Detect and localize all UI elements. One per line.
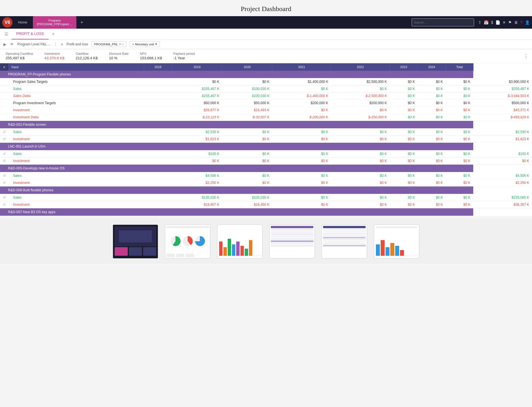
kpi-discount-rate-value: 10 % bbox=[109, 56, 129, 60]
row-value: $0 K bbox=[418, 129, 446, 136]
row-value: $0 K bbox=[418, 201, 446, 208]
nav-add-tab[interactable]: + bbox=[78, 20, 86, 26]
row-value: $4,506 K bbox=[172, 172, 222, 179]
row-value: $0 K bbox=[222, 172, 272, 179]
expand-icon[interactable]: ▶ bbox=[3, 42, 7, 47]
thumbnail-3[interactable] bbox=[217, 225, 263, 259]
table-row: ↺Sales$4,506 K$0 K$0 K$0 K$0 K$0 K$0 K$4… bbox=[0, 172, 532, 179]
tab-profit-loss[interactable]: PROFIT & LOSS bbox=[12, 29, 49, 39]
row-value: $0 K bbox=[446, 78, 473, 85]
row-label: Investment bbox=[9, 201, 144, 208]
nav-tab-home[interactable]: Home bbox=[14, 16, 31, 29]
reset-icon[interactable]: ↺ bbox=[3, 196, 6, 200]
table-row: ↺Investment$19,907 K$16,450 K$0 K$0 K$0 … bbox=[0, 201, 532, 208]
thumbnail-4[interactable] bbox=[269, 225, 315, 259]
row-value: $0 K bbox=[446, 179, 473, 186]
app-logo[interactable]: V6 bbox=[2, 17, 12, 28]
row-value: $155,467 K bbox=[172, 93, 222, 100]
row-value: $19,907 K bbox=[172, 201, 222, 208]
row-value: $0 K bbox=[272, 85, 331, 93]
monetary-unit-dropdown[interactable]: ● Monetary unit ▾ bbox=[130, 41, 160, 47]
page-title: Project Dashboard bbox=[0, 0, 532, 16]
row-value: $0 K bbox=[418, 107, 446, 114]
col-filter-icon[interactable]: ≡ bbox=[0, 63, 9, 71]
reset-icon[interactable]: ↺ bbox=[3, 203, 6, 207]
section-header-3: R&D-005-Developp new in-house OS bbox=[0, 165, 532, 172]
row-value: $0 K bbox=[390, 150, 418, 158]
sub-tab-add[interactable]: + bbox=[50, 32, 57, 37]
nav-search-input[interactable] bbox=[412, 18, 474, 26]
view-icon[interactable]: 👁 bbox=[10, 42, 14, 47]
row-value: $0 K bbox=[446, 172, 473, 179]
row-label: Sales bbox=[9, 150, 144, 158]
row-value: $1,400,000 K bbox=[272, 78, 331, 85]
section-header-4: R&D-008-Built flexible phones bbox=[0, 186, 532, 194]
kpi-payback-period-label: Payback period bbox=[173, 52, 195, 55]
row-value: $0 K bbox=[390, 194, 418, 201]
row-reset-icon-cell: ↺ bbox=[0, 136, 9, 143]
pnl-table: ≡ Input 2018 2019 2020 2021 2022 2023 20… bbox=[0, 63, 532, 216]
section-header-0: PROGRAM_FP-Program Flexible phones bbox=[0, 71, 532, 78]
row-value: $0 K bbox=[446, 150, 473, 158]
table-row: ↺Sales$135,030 K$100,030 K$0 K$0 K$0 K$0… bbox=[0, 194, 532, 201]
reset-icon[interactable]: ↺ bbox=[3, 152, 6, 156]
row-value bbox=[144, 136, 172, 143]
row-value: $0 K bbox=[390, 93, 418, 100]
row-value: $-200,000 K bbox=[331, 114, 390, 121]
col-header-total: Total bbox=[446, 63, 473, 71]
share-icon[interactable]: ⇧ bbox=[478, 20, 481, 25]
row-value bbox=[144, 201, 172, 208]
row-reset-icon-cell: ↺ bbox=[0, 158, 9, 165]
row-reset-icon-cell bbox=[0, 78, 9, 85]
question-icon[interactable]: ? bbox=[520, 20, 523, 25]
row-value: $500,000 K bbox=[473, 100, 532, 107]
file-icon[interactable]: 📄 bbox=[495, 20, 500, 25]
row-label: Investment bbox=[9, 158, 144, 165]
thumbnail-2[interactable] bbox=[165, 225, 210, 259]
row-reset-icon-cell bbox=[0, 107, 9, 114]
screen-icon[interactable]: 🖥 bbox=[514, 20, 518, 25]
select-close-icon[interactable]: × bbox=[122, 43, 124, 46]
flag-icon[interactable]: ⚑ bbox=[508, 20, 512, 25]
reset-icon[interactable]: ↺ bbox=[3, 137, 6, 141]
row-value: $0 K bbox=[418, 194, 446, 201]
list-view-icon[interactable]: ☰ bbox=[5, 32, 8, 36]
row-value: $4,506 K bbox=[473, 172, 532, 179]
calendar-icon[interactable]: 📅 bbox=[484, 20, 489, 25]
row-value: $0 K bbox=[390, 136, 418, 143]
thumbnail-5[interactable] bbox=[322, 225, 367, 259]
view-label: Program Level P&L ... bbox=[17, 42, 51, 46]
row-value: $0 K bbox=[446, 201, 473, 208]
dollar-icon[interactable]: $ bbox=[491, 20, 493, 25]
table-icon[interactable]: ≡ bbox=[61, 42, 63, 47]
thumbnail-1[interactable] bbox=[113, 225, 158, 259]
row-value bbox=[144, 85, 172, 93]
kpi-more-icon[interactable]: ⋮ bbox=[523, 53, 529, 59]
row-value: $0 K bbox=[446, 136, 473, 143]
row-label: Sales bbox=[9, 172, 144, 179]
row-value bbox=[144, 158, 172, 165]
row-value: $200,000 K bbox=[272, 100, 331, 107]
row-value: $0 K bbox=[418, 172, 446, 179]
reset-icon[interactable]: ↺ bbox=[3, 130, 6, 134]
nav-tab-programs[interactable]: Programs [PROGRAM_FP]Program ... bbox=[33, 16, 76, 29]
row-value: $50,000 K bbox=[172, 100, 222, 107]
thumbnail-6[interactable] bbox=[374, 225, 419, 259]
table-row: Investment$26,877 K$16,493 K$0 K$0 K$0 K… bbox=[0, 107, 532, 114]
user-icon[interactable]: 👤 bbox=[525, 20, 530, 25]
row-reset-icon-cell: ↺ bbox=[0, 150, 9, 158]
row-value: $0 K bbox=[473, 158, 532, 165]
row-value: $0 K bbox=[172, 78, 222, 85]
view-more-icon[interactable]: ⋮ bbox=[54, 42, 57, 46]
reset-icon[interactable]: ↺ bbox=[3, 159, 6, 163]
row-value: $0 K bbox=[446, 107, 473, 114]
program-pnl-select[interactable]: PROGRAM_PNL ▾ × bbox=[91, 41, 126, 47]
row-value: $0 K bbox=[418, 158, 446, 165]
row-value: $0 K bbox=[446, 85, 473, 93]
reset-icon[interactable]: ↺ bbox=[3, 174, 6, 178]
row-value: $0 K bbox=[272, 201, 331, 208]
row-value: $0 K bbox=[390, 107, 418, 114]
x-icon[interactable]: ✕ bbox=[502, 20, 506, 25]
reset-icon[interactable]: ↺ bbox=[3, 181, 6, 185]
row-value: $2,530 K bbox=[172, 129, 222, 136]
